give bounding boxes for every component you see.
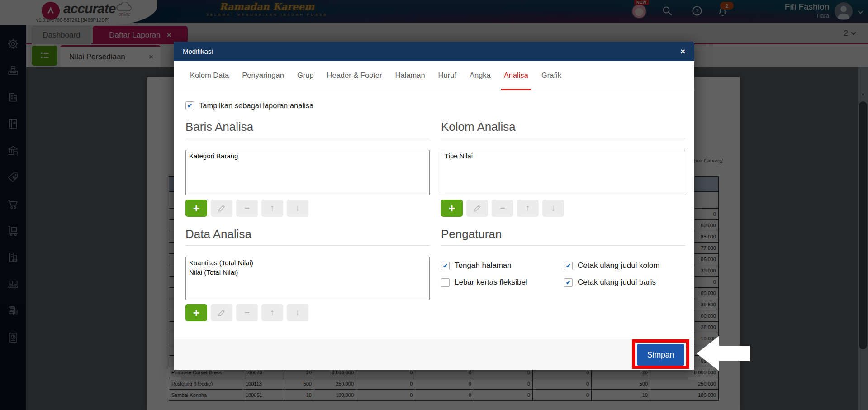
modal-body: ✔ Tampilkan sebagai laporan analisa Bari… bbox=[174, 101, 694, 321]
highlight-box-annotation bbox=[632, 339, 689, 369]
remove-button[interactable]: − bbox=[492, 200, 513, 217]
remove-button[interactable]: − bbox=[236, 200, 258, 217]
modal-footer: Simpan bbox=[174, 339, 694, 370]
option-tengah-halaman[interactable]: ✔Tengah halaman bbox=[441, 261, 564, 270]
move-up-button[interactable]: ↑ bbox=[517, 200, 539, 217]
data-analisa-listbox[interactable]: Kuantitas (Total Nilai)Nilai (Total Nila… bbox=[185, 257, 430, 300]
kolom-toolbar: +−↑↓ bbox=[441, 200, 685, 217]
move-up-button[interactable]: ↑ bbox=[261, 304, 283, 321]
checkbox[interactable]: ✔ bbox=[185, 101, 194, 110]
edit-button[interactable] bbox=[211, 304, 232, 321]
modal-tab-angka[interactable]: Angka bbox=[470, 61, 491, 90]
section-title: Data Analisa bbox=[185, 227, 430, 246]
list-item[interactable]: Kategori Barang bbox=[189, 151, 426, 161]
modal-tab-huruf[interactable]: Huruf bbox=[438, 61, 456, 90]
edit-button[interactable] bbox=[466, 200, 488, 217]
option-label: Cetak ulang judul kolom bbox=[578, 261, 659, 270]
option-label: Lebar kertas fleksibel bbox=[455, 278, 527, 287]
modal-tab-kolom-data[interactable]: Kolom Data bbox=[190, 61, 229, 90]
move-down-button[interactable]: ↓ bbox=[542, 200, 564, 217]
section-title: Kolom Analisa bbox=[441, 120, 685, 138]
pengaturan-section: Pengaturan ✔Tengah halaman✔Cetak ulang j… bbox=[441, 217, 685, 321]
pointer-arrow-annotation bbox=[696, 334, 751, 373]
checkbox[interactable]: ✔ bbox=[441, 262, 450, 270]
modal-tab-grafik[interactable]: Grafik bbox=[541, 61, 561, 90]
section-title: Baris Analisa bbox=[185, 120, 430, 138]
modal-header: Modifikasi × bbox=[174, 42, 694, 61]
kolom-analisa-section: Kolom Analisa Tipe Nilai +−↑↓ bbox=[441, 110, 685, 217]
option-label: Cetak ulang judul baris bbox=[578, 278, 656, 287]
list-item[interactable]: Nilai (Total Nilai) bbox=[189, 267, 426, 277]
option-cetak-ulang-judul-kolom[interactable]: ✔Cetak ulang judul kolom bbox=[564, 261, 685, 270]
modal-tab-header-footer[interactable]: Header & Footer bbox=[327, 61, 382, 90]
baris-toolbar: +−↑↓ bbox=[185, 200, 430, 217]
modal-tab-bar: Kolom DataPenyaringanGrupHeader & Footer… bbox=[174, 61, 694, 90]
accurate-online-app: Ramadan Kareem SELAMAT MENUNAIKAN IBADAH… bbox=[0, 0, 868, 410]
move-up-button[interactable]: ↑ bbox=[261, 200, 283, 217]
list-item[interactable]: Tipe Nilai bbox=[445, 151, 682, 161]
data-toolbar: +−↑↓ bbox=[185, 304, 430, 321]
analysis-report-checkbox-row[interactable]: ✔ Tampilkan sebagai laporan analisa bbox=[185, 101, 683, 110]
modal-tab-halaman[interactable]: Halaman bbox=[395, 61, 425, 90]
list-item[interactable]: Kuantitas (Total Nilai) bbox=[189, 258, 426, 267]
baris-analisa-section: Baris Analisa Kategori Barang +−↑↓ bbox=[185, 110, 430, 217]
section-title: Pengaturan bbox=[441, 227, 685, 246]
modal-tab-penyaringan[interactable]: Penyaringan bbox=[242, 61, 284, 90]
data-analisa-section: Data Analisa Kuantitas (Total Nilai)Nila… bbox=[185, 217, 430, 321]
add-button[interactable]: + bbox=[441, 200, 463, 217]
checkbox-label: Tampilkan sebagai laporan analisa bbox=[199, 101, 313, 110]
modal-title: Modifikasi bbox=[183, 48, 213, 55]
move-down-button[interactable]: ↓ bbox=[287, 200, 308, 217]
baris-analisa-listbox[interactable]: Kategori Barang bbox=[185, 150, 430, 195]
add-button[interactable]: + bbox=[185, 200, 207, 217]
checkbox[interactable] bbox=[441, 278, 450, 287]
remove-button[interactable]: − bbox=[236, 304, 258, 321]
option-label: Tengah halaman bbox=[455, 261, 512, 270]
modifikasi-modal: Modifikasi × Kolom DataPenyaringanGrupHe… bbox=[174, 42, 694, 370]
modal-tab-analisa[interactable]: Analisa bbox=[504, 61, 528, 90]
modal-close-icon[interactable]: × bbox=[680, 47, 685, 56]
checkbox[interactable]: ✔ bbox=[564, 278, 573, 287]
move-down-button[interactable]: ↓ bbox=[287, 304, 308, 321]
pengaturan-options: ✔Tengah halaman✔Cetak ulang judul kolomL… bbox=[441, 261, 685, 287]
option-lebar-kertas-fleksibel[interactable]: Lebar kertas fleksibel bbox=[441, 278, 564, 287]
modal-tab-grup[interactable]: Grup bbox=[297, 61, 314, 90]
option-cetak-ulang-judul-baris[interactable]: ✔Cetak ulang judul baris bbox=[564, 278, 685, 287]
add-button[interactable]: + bbox=[185, 304, 207, 321]
kolom-analisa-listbox[interactable]: Tipe Nilai bbox=[441, 150, 685, 195]
checkbox[interactable]: ✔ bbox=[564, 262, 573, 270]
edit-button[interactable] bbox=[211, 200, 232, 217]
